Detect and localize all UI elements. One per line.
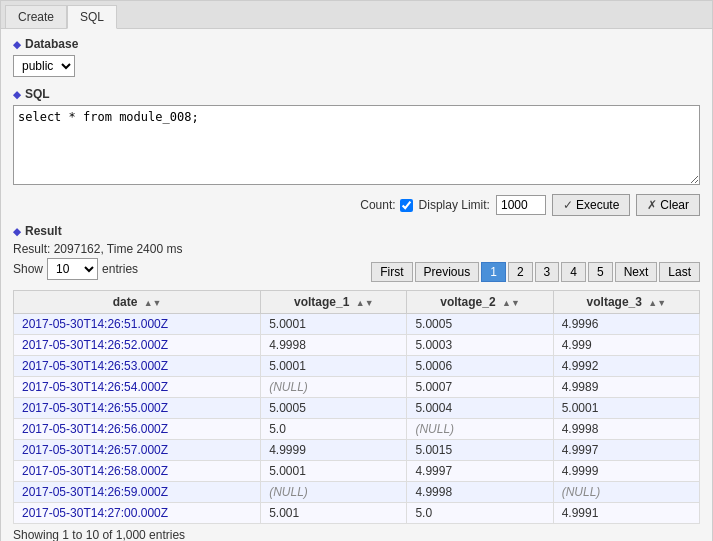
pagination-page-2[interactable]: 2 bbox=[508, 262, 533, 282]
pagination-page-5[interactable]: 5 bbox=[588, 262, 613, 282]
table-cell: 5.001 bbox=[261, 503, 407, 524]
table-cell: 4.9997 bbox=[407, 461, 553, 482]
table-cell: 2017-05-30T14:26:53.000Z bbox=[14, 356, 261, 377]
pagination-page-3[interactable]: 3 bbox=[535, 262, 560, 282]
col-voltage1: voltage_1 ▲▼ bbox=[261, 291, 407, 314]
show-label: Show bbox=[13, 262, 43, 276]
table-cell: 4.9998 bbox=[261, 335, 407, 356]
execute-button[interactable]: ✓ Execute bbox=[552, 194, 630, 216]
show-pagination-row: Show 102550100 entries First Previous 1 … bbox=[13, 258, 700, 286]
diamond-icon-result: ◆ bbox=[13, 226, 21, 237]
table-cell: 5.0004 bbox=[407, 398, 553, 419]
table-cell: 2017-05-30T14:26:56.000Z bbox=[14, 419, 261, 440]
pagination-page-1[interactable]: 1 bbox=[481, 262, 506, 282]
table-cell: 5.0005 bbox=[261, 398, 407, 419]
tab-sql[interactable]: SQL bbox=[67, 5, 117, 29]
sort-arrows-v3: ▲▼ bbox=[648, 298, 666, 308]
table-cell: 4.9989 bbox=[553, 377, 699, 398]
table-cell: 2017-05-30T14:26:57.000Z bbox=[14, 440, 261, 461]
table-cell: 2017-05-30T14:26:55.000Z bbox=[14, 398, 261, 419]
result-section: ◆ Result Result: 2097162, Time 2400 ms S… bbox=[13, 224, 700, 541]
table-row: 2017-05-30T14:26:56.000Z5.0(NULL)4.9998 bbox=[14, 419, 700, 440]
sql-input[interactable]: select * from module_008; bbox=[13, 105, 700, 185]
table-cell: 5.0001 bbox=[261, 356, 407, 377]
table-row: 2017-05-30T14:26:57.000Z4.99995.00154.99… bbox=[14, 440, 700, 461]
table-cell: (NULL) bbox=[261, 482, 407, 503]
table-cell: (NULL) bbox=[261, 377, 407, 398]
table-cell: 4.9992 bbox=[553, 356, 699, 377]
table-row: 2017-05-30T14:26:59.000Z(NULL)4.9998(NUL… bbox=[14, 482, 700, 503]
table-cell: 2017-05-30T14:26:52.000Z bbox=[14, 335, 261, 356]
col-voltage2: voltage_2 ▲▼ bbox=[407, 291, 553, 314]
display-limit-label: Display Limit: bbox=[419, 198, 490, 212]
table-cell: 2017-05-30T14:27:00.000Z bbox=[14, 503, 261, 524]
table-cell: 2017-05-30T14:26:58.000Z bbox=[14, 461, 261, 482]
sql-label: SQL bbox=[25, 87, 50, 101]
check-icon: ✓ bbox=[563, 198, 573, 212]
table-cell: 5.0 bbox=[407, 503, 553, 524]
pagination-page-4[interactable]: 4 bbox=[561, 262, 586, 282]
col-date: date ▲▼ bbox=[14, 291, 261, 314]
table-cell: 5.0006 bbox=[407, 356, 553, 377]
count-checkbox[interactable] bbox=[400, 199, 413, 212]
diamond-icon-sql: ◆ bbox=[13, 89, 21, 100]
pagination-first[interactable]: First bbox=[371, 262, 412, 282]
table-cell: 4.9999 bbox=[261, 440, 407, 461]
showing-text: Showing 1 to 10 of 1,000 entries bbox=[13, 528, 700, 541]
tab-bar: Create SQL bbox=[1, 1, 712, 29]
show-select[interactable]: 102550100 bbox=[47, 258, 98, 280]
table-row: 2017-05-30T14:26:51.000Z5.00015.00054.99… bbox=[14, 314, 700, 335]
controls-row: Count: Display Limit: ✓ Execute ✗ Clear bbox=[13, 194, 700, 216]
table-cell: 5.0 bbox=[261, 419, 407, 440]
sql-section-label: ◆ SQL bbox=[13, 87, 700, 101]
table-cell: 4.9998 bbox=[407, 482, 553, 503]
table-cell: 5.0001 bbox=[261, 314, 407, 335]
table-row: 2017-05-30T14:26:58.000Z5.00014.99974.99… bbox=[14, 461, 700, 482]
sort-arrows-v1: ▲▼ bbox=[356, 298, 374, 308]
clear-button[interactable]: ✗ Clear bbox=[636, 194, 700, 216]
table-cell: 2017-05-30T14:26:59.000Z bbox=[14, 482, 261, 503]
table-header-row: date ▲▼ voltage_1 ▲▼ voltage_2 ▲▼ volt bbox=[14, 291, 700, 314]
count-label: Count: bbox=[360, 198, 395, 212]
display-limit-input[interactable] bbox=[496, 195, 546, 215]
table-cell: 4.9998 bbox=[553, 419, 699, 440]
sort-arrows-date: ▲▼ bbox=[144, 298, 162, 308]
table-row: 2017-05-30T14:26:55.000Z5.00055.00045.00… bbox=[14, 398, 700, 419]
table-cell: 5.0005 bbox=[407, 314, 553, 335]
table-cell: 2017-05-30T14:26:51.000Z bbox=[14, 314, 261, 335]
result-label: Result bbox=[25, 224, 62, 238]
database-label: Database bbox=[25, 37, 78, 51]
sort-arrows-v2: ▲▼ bbox=[502, 298, 520, 308]
table-row: 2017-05-30T14:26:53.000Z5.00015.00064.99… bbox=[14, 356, 700, 377]
database-select-container: public bbox=[13, 55, 700, 77]
table-cell: (NULL) bbox=[553, 482, 699, 503]
table-cell: 4.9997 bbox=[553, 440, 699, 461]
show-row: Show 102550100 entries bbox=[13, 258, 138, 280]
result-meta: Result: 2097162, Time 2400 ms bbox=[13, 242, 700, 256]
table-cell: 5.0001 bbox=[553, 398, 699, 419]
pagination-last[interactable]: Last bbox=[659, 262, 700, 282]
table-cell: 4.9999 bbox=[553, 461, 699, 482]
tab-create[interactable]: Create bbox=[5, 5, 67, 28]
entries-label: entries bbox=[102, 262, 138, 276]
pagination-previous[interactable]: Previous bbox=[415, 262, 480, 282]
x-icon: ✗ bbox=[647, 198, 657, 212]
sql-section: ◆ SQL select * from module_008; bbox=[13, 87, 700, 188]
table-cell: 2017-05-30T14:26:54.000Z bbox=[14, 377, 261, 398]
database-select[interactable]: public bbox=[13, 55, 75, 77]
pagination: First Previous 1 2 3 4 5 Next Last bbox=[371, 262, 700, 282]
main-content: ◆ Database public ◆ SQL select * from mo… bbox=[1, 29, 712, 541]
table-row: 2017-05-30T14:26:52.000Z4.99985.00034.99… bbox=[14, 335, 700, 356]
table-cell: 4.9996 bbox=[553, 314, 699, 335]
table-row: 2017-05-30T14:27:00.000Z5.0015.04.9991 bbox=[14, 503, 700, 524]
table-cell: 5.0003 bbox=[407, 335, 553, 356]
table-cell: 4.999 bbox=[553, 335, 699, 356]
pagination-next[interactable]: Next bbox=[615, 262, 658, 282]
table-cell: 5.0001 bbox=[261, 461, 407, 482]
main-window: Create SQL ◆ Database public ◆ SQL selec… bbox=[0, 0, 713, 541]
result-table: date ▲▼ voltage_1 ▲▼ voltage_2 ▲▼ volt bbox=[13, 290, 700, 524]
table-cell: 4.9991 bbox=[553, 503, 699, 524]
database-section-label: ◆ Database bbox=[13, 37, 700, 51]
col-voltage3: voltage_3 ▲▼ bbox=[553, 291, 699, 314]
diamond-icon: ◆ bbox=[13, 39, 21, 50]
